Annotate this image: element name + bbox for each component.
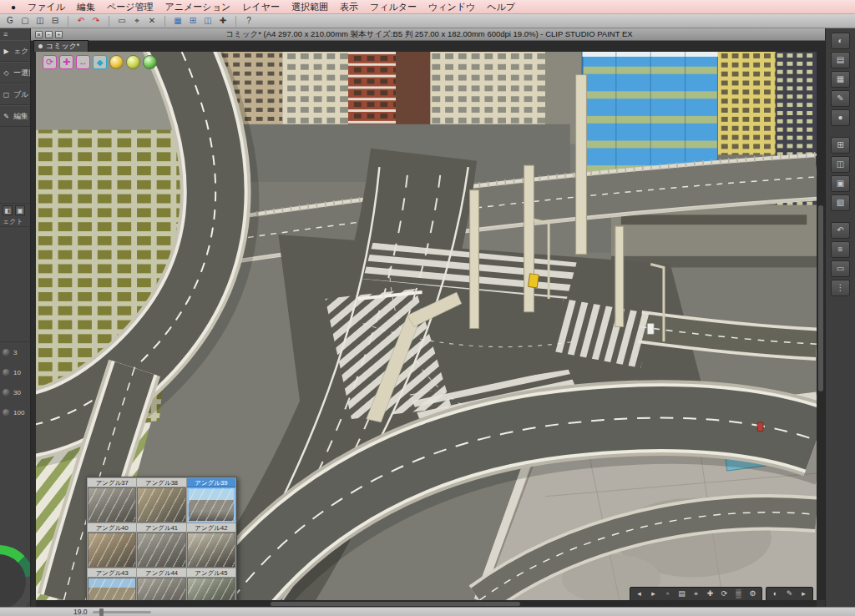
menu-layer[interactable]: レイヤー — [236, 1, 286, 13]
erase-selection-button[interactable]: ✕ — [144, 15, 159, 28]
brush-size-item[interactable]: 30 — [0, 382, 30, 402]
menu-file[interactable]: ファイル — [22, 1, 71, 13]
app-logo-button[interactable]: G — [3, 15, 18, 28]
menubar: ● ファイル 編集 ページ管理 アニメーション レイヤー 選択範囲 表示 フィル… — [0, 0, 855, 14]
pan-camera-icon[interactable]: ↔ — [76, 55, 90, 69]
vertical-scrollbar[interactable] — [817, 52, 825, 600]
maximize-window-button[interactable]: + — [55, 31, 63, 38]
new-page-button[interactable]: ▢ — [18, 15, 33, 28]
next-object-icon[interactable]: ▸ — [647, 588, 660, 600]
tab-modified-icon — [38, 44, 43, 48]
menu-page-manage[interactable]: ページ管理 — [101, 1, 159, 13]
menu-window[interactable]: ウィンドウ — [422, 1, 481, 13]
snap-special-ruler-button[interactable]: ⊞ — [185, 15, 200, 28]
angle-thumbnail[interactable] — [187, 533, 235, 568]
apple-menu-icon[interactable]: ● — [5, 3, 22, 12]
redo-button[interactable]: ↷ — [89, 15, 104, 28]
tool-item-layer-select[interactable]: ◇ ー選択 — [0, 62, 30, 83]
angle-thumbnail[interactable] — [137, 487, 185, 523]
brush-size-label: 10 — [13, 369, 21, 376]
tool-item-sample[interactable]: ▢ ブル — [0, 83, 30, 105]
menu-selection[interactable]: 選択範囲 — [286, 1, 334, 13]
subtool-icon-b[interactable]: ▣ — [15, 205, 25, 215]
angle-preset-38[interactable]: アングル38 — [137, 478, 185, 523]
brush-dot-icon — [3, 369, 10, 376]
brush-size-label: 3 — [13, 349, 17, 356]
tab-comic[interactable]: コミック* — [33, 40, 89, 52]
zoom-camera-icon[interactable]: ◆ — [93, 55, 107, 69]
angle-preset-41[interactable]: アングル41 — [137, 523, 185, 568]
left-tool-dock: ≡ ▶ ェクト ◇ ー選択 ▢ ブル ✎ 編集 ◧ ▣ ェクト 3 1 — [0, 28, 31, 607]
undo-button[interactable]: ↶ — [73, 15, 89, 28]
minimize-window-button[interactable]: − — [45, 31, 53, 38]
layer-property-palette-icon[interactable]: ▧ — [831, 194, 850, 211]
document-window-titlebar[interactable]: ✕ − + コミック* (A4 297.00 x 210.00mm 製本サイズ:… — [31, 28, 825, 41]
view-small-icon[interactable]: ▫ — [661, 588, 674, 600]
rotate-camera-icon[interactable]: ⟳ — [43, 55, 57, 69]
angle-preset-42[interactable]: アングル42 — [187, 523, 235, 568]
ground-snap-icon[interactable]: ▒ — [732, 588, 745, 600]
angle-thumbnail[interactable] — [88, 533, 136, 568]
expand-toolbar-icon[interactable]: ▸ — [797, 588, 810, 600]
color-wheel[interactable] — [0, 545, 31, 607]
menu-filter[interactable]: フィルター — [364, 1, 422, 13]
help-button[interactable]: ? — [241, 15, 256, 28]
brush-size-item[interactable]: 3 — [0, 342, 30, 362]
menu-view[interactable]: 表示 — [334, 1, 364, 13]
subtool-icon-a[interactable]: ◧ — [3, 205, 13, 215]
angle-label: アングル40 — [88, 523, 136, 533]
view-list-icon[interactable]: ▤ — [675, 588, 688, 600]
color-set-palette-icon[interactable]: ▦ — [831, 71, 850, 88]
history-palette-icon[interactable]: ↶ — [831, 222, 850, 239]
camera-target-icon[interactable]: ⌖ — [690, 588, 702, 600]
camera-angle-icon[interactable] — [143, 55, 157, 69]
menu-edit[interactable]: 編集 — [71, 1, 101, 13]
select-area-button[interactable]: ⌖ — [129, 15, 144, 28]
angle-label: アングル45 — [187, 568, 235, 578]
angle-thumbnail[interactable] — [88, 487, 136, 523]
info-palette-icon[interactable]: ≡ — [831, 241, 850, 258]
brush-size-item[interactable]: 100 — [0, 402, 30, 422]
subtool-detail-palette-icon[interactable]: ✎ — [831, 90, 850, 107]
prev-object-icon[interactable]: ◂ — [633, 588, 645, 600]
menu-help[interactable]: ヘルプ — [481, 1, 521, 13]
object-sphere-icon[interactable] — [109, 55, 124, 69]
edit-pose-icon[interactable]: ✎ — [783, 588, 796, 600]
tool-item-object[interactable]: ▶ ェクト — [0, 40, 30, 62]
light-icon[interactable]: ◐ — [769, 588, 782, 600]
brush-size-item[interactable]: 10 — [0, 362, 30, 382]
brush-size-palette-icon[interactable]: ● — [831, 109, 850, 126]
tool-item-edit[interactable]: ✎ 編集 — [0, 105, 30, 127]
root-position-icon[interactable] — [126, 55, 140, 69]
move-object-icon[interactable]: ✚ — [704, 588, 716, 600]
menu-animation[interactable]: アニメーション — [159, 1, 237, 13]
angle-preset-39-selected[interactable]: アングル39 — [187, 478, 235, 523]
tool-label: ェクト — [13, 46, 30, 57]
snap-ruler-button[interactable]: ▦ — [170, 15, 185, 28]
guide-pin-button[interactable]: ✚ — [215, 15, 230, 28]
more-palettes-icon[interactable]: ⋮ — [831, 280, 850, 296]
horizontal-scrollbar[interactable] — [36, 600, 817, 607]
angle-preset-40[interactable]: アングル40 — [88, 523, 136, 568]
canvas-viewport[interactable]: ⟳ ✚ ↔ ◆ アングル37 アングル38 — [31, 52, 825, 607]
layer-palette-icon[interactable]: ▣ — [831, 175, 850, 192]
material-palette-icon[interactable]: ◫ — [831, 156, 850, 173]
snap-grid-button[interactable]: ◫ — [200, 15, 215, 28]
save-button[interactable]: ⊟ — [48, 15, 63, 28]
color-wheel-palette-icon[interactable]: ◐ — [831, 33, 850, 49]
timeline-palette-icon[interactable]: ▭ — [831, 260, 850, 277]
move-camera-icon[interactable]: ✚ — [59, 55, 73, 69]
color-slider-palette-icon[interactable]: ▤ — [831, 52, 850, 68]
open-file-button[interactable]: ◫ — [33, 15, 48, 28]
rotate-object-icon[interactable]: ⟳ — [718, 588, 731, 600]
angle-preset-37[interactable]: アングル37 — [88, 478, 136, 523]
zoom-slider-handle[interactable] — [99, 608, 104, 616]
settings-gear-icon[interactable]: ⚙ — [746, 588, 759, 600]
angle-thumbnail[interactable] — [137, 533, 185, 568]
angle-thumbnail[interactable] — [187, 487, 235, 523]
deselect-button[interactable]: ▭ — [114, 15, 129, 28]
zoom-slider[interactable] — [93, 611, 151, 613]
close-window-button[interactable]: ✕ — [35, 31, 43, 38]
palette-menu-icon[interactable]: ≡ — [0, 28, 30, 40]
navigator-palette-icon[interactable]: ⊞ — [831, 137, 850, 154]
